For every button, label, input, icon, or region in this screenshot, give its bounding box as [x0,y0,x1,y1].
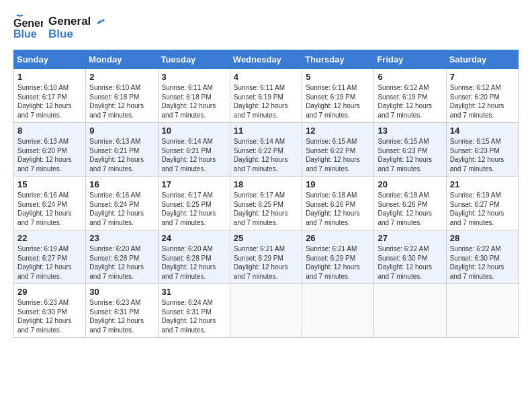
day-number: 20 [378,179,442,189]
day-info: Sunrise: 6:16 AM Sunset: 6:24 PM Dayligh… [89,191,154,227]
day-number: 21 [450,179,515,189]
day-info: Sunrise: 6:14 AM Sunset: 6:21 PM Dayligh… [162,137,226,173]
day-info: Sunrise: 6:23 AM Sunset: 6:30 PM Dayligh… [17,298,82,334]
calendar-cell [302,284,374,338]
calendar-cell: 15Sunrise: 6:16 AM Sunset: 6:24 PM Dayli… [14,177,86,230]
day-number: 30 [89,287,154,297]
weekday-header-thursday: Thursday [302,50,374,69]
calendar-header-row: SundayMondayTuesdayWednesdayThursdayFrid… [14,50,519,69]
day-number: 29 [17,287,82,297]
day-info: Sunrise: 6:18 AM Sunset: 6:26 PM Dayligh… [306,191,370,227]
day-info: Sunrise: 6:24 AM Sunset: 6:31 PM Dayligh… [162,298,226,334]
day-info: Sunrise: 6:15 AM Sunset: 6:23 PM Dayligh… [450,137,515,173]
day-number: 16 [89,179,154,189]
weekday-header-monday: Monday [86,50,158,69]
calendar-cell: 27Sunrise: 6:22 AM Sunset: 6:30 PM Dayli… [374,230,446,284]
calendar-cell [230,284,302,338]
logo: General Blue General Blue [13,13,107,43]
day-number: 27 [378,233,442,243]
day-info: Sunrise: 6:12 AM Sunset: 6:19 PM Dayligh… [378,83,442,120]
day-number: 4 [234,72,298,82]
calendar-cell: 21Sunrise: 6:19 AM Sunset: 6:27 PM Dayli… [446,177,518,230]
day-info: Sunrise: 6:21 AM Sunset: 6:29 PM Dayligh… [306,244,370,281]
calendar-cell: 13Sunrise: 6:15 AM Sunset: 6:23 PM Dayli… [374,123,446,177]
day-number: 3 [162,72,226,82]
calendar-cell: 9Sunrise: 6:13 AM Sunset: 6:21 PM Daylig… [86,123,158,177]
day-number: 19 [306,179,370,189]
calendar-cell: 25Sunrise: 6:21 AM Sunset: 6:29 PM Dayli… [230,230,302,284]
calendar-cell: 24Sunrise: 6:20 AM Sunset: 6:28 PM Dayli… [158,230,230,284]
day-number: 23 [89,233,154,243]
day-info: Sunrise: 6:14 AM Sunset: 6:22 PM Dayligh… [234,137,298,173]
weekday-header-tuesday: Tuesday [158,50,230,69]
day-number: 17 [162,179,226,189]
calendar-week-row: 8Sunrise: 6:13 AM Sunset: 6:20 PM Daylig… [14,123,519,177]
day-number: 31 [162,287,226,297]
day-info: Sunrise: 6:20 AM Sunset: 6:28 PM Dayligh… [89,244,154,281]
svg-text:General: General [13,17,43,29]
calendar-week-row: 22Sunrise: 6:19 AM Sunset: 6:27 PM Dayli… [14,230,519,284]
day-info: Sunrise: 6:21 AM Sunset: 6:29 PM Dayligh… [234,244,298,281]
day-number: 7 [450,72,515,82]
day-info: Sunrise: 6:10 AM Sunset: 6:18 PM Dayligh… [89,83,154,120]
day-number: 8 [17,126,82,136]
calendar-table: SundayMondayTuesdayWednesdayThursdayFrid… [13,50,519,338]
day-number: 5 [306,72,370,82]
calendar-cell: 14Sunrise: 6:15 AM Sunset: 6:23 PM Dayli… [446,123,518,177]
day-info: Sunrise: 6:22 AM Sunset: 6:30 PM Dayligh… [378,244,442,281]
day-info: Sunrise: 6:19 AM Sunset: 6:27 PM Dayligh… [17,244,82,281]
logo-text-block: General Blue [48,15,107,40]
day-number: 14 [450,126,515,136]
weekday-header-sunday: Sunday [14,50,86,69]
day-number: 22 [17,233,82,243]
day-info: Sunrise: 6:11 AM Sunset: 6:19 PM Dayligh… [306,83,370,120]
weekday-header-wednesday: Wednesday [230,50,302,69]
day-number: 6 [378,72,442,82]
day-info: Sunrise: 6:18 AM Sunset: 6:26 PM Dayligh… [378,191,442,227]
day-info: Sunrise: 6:17 AM Sunset: 6:25 PM Dayligh… [234,191,298,227]
page-header: General Blue General Blue [13,13,519,43]
logo-general: General [48,15,107,28]
calendar-cell: 26Sunrise: 6:21 AM Sunset: 6:29 PM Dayli… [302,230,374,284]
calendar-cell: 2Sunrise: 6:10 AM Sunset: 6:18 PM Daylig… [86,69,158,123]
day-info: Sunrise: 6:16 AM Sunset: 6:24 PM Dayligh… [17,191,82,227]
day-info: Sunrise: 6:12 AM Sunset: 6:20 PM Dayligh… [450,83,515,120]
day-number: 15 [17,179,82,189]
calendar-cell [374,284,446,338]
day-info: Sunrise: 6:23 AM Sunset: 6:31 PM Dayligh… [89,298,154,334]
svg-text:Blue: Blue [13,28,37,40]
day-info: Sunrise: 6:11 AM Sunset: 6:19 PM Dayligh… [234,83,298,120]
calendar-cell: 17Sunrise: 6:17 AM Sunset: 6:25 PM Dayli… [158,177,230,230]
calendar-cell: 1Sunrise: 6:10 AM Sunset: 6:17 PM Daylig… [14,69,86,123]
logo-blue: Blue [48,28,107,41]
calendar-cell: 28Sunrise: 6:22 AM Sunset: 6:30 PM Dayli… [446,230,518,284]
day-info: Sunrise: 6:10 AM Sunset: 6:17 PM Dayligh… [17,83,82,120]
day-number: 28 [450,233,515,243]
calendar-cell: 20Sunrise: 6:18 AM Sunset: 6:26 PM Dayli… [374,177,446,230]
day-number: 1 [17,72,82,82]
day-info: Sunrise: 6:15 AM Sunset: 6:23 PM Dayligh… [378,137,442,173]
calendar-week-row: 1Sunrise: 6:10 AM Sunset: 6:17 PM Daylig… [14,69,519,123]
day-number: 24 [162,233,226,243]
day-number: 26 [306,233,370,243]
day-number: 10 [162,126,226,136]
day-number: 12 [306,126,370,136]
calendar-week-row: 29Sunrise: 6:23 AM Sunset: 6:30 PM Dayli… [14,284,519,338]
day-info: Sunrise: 6:17 AM Sunset: 6:25 PM Dayligh… [162,191,226,227]
calendar-cell: 19Sunrise: 6:18 AM Sunset: 6:26 PM Dayli… [302,177,374,230]
calendar-cell: 18Sunrise: 6:17 AM Sunset: 6:25 PM Dayli… [230,177,302,230]
day-number: 11 [234,126,298,136]
calendar-cell: 29Sunrise: 6:23 AM Sunset: 6:30 PM Dayli… [14,284,86,338]
logo-general-text: General [48,15,91,28]
calendar-cell: 8Sunrise: 6:13 AM Sunset: 6:20 PM Daylig… [14,123,86,177]
calendar-cell: 7Sunrise: 6:12 AM Sunset: 6:20 PM Daylig… [446,69,518,123]
day-info: Sunrise: 6:11 AM Sunset: 6:18 PM Dayligh… [162,83,226,120]
bird-icon [95,17,107,27]
calendar-cell: 5Sunrise: 6:11 AM Sunset: 6:19 PM Daylig… [302,69,374,123]
day-info: Sunrise: 6:19 AM Sunset: 6:27 PM Dayligh… [450,191,515,227]
logo-icon: General Blue [13,13,43,43]
calendar-cell: 4Sunrise: 6:11 AM Sunset: 6:19 PM Daylig… [230,69,302,123]
calendar-cell: 31Sunrise: 6:24 AM Sunset: 6:31 PM Dayli… [158,284,230,338]
calendar-cell [446,284,518,338]
day-number: 13 [378,126,442,136]
